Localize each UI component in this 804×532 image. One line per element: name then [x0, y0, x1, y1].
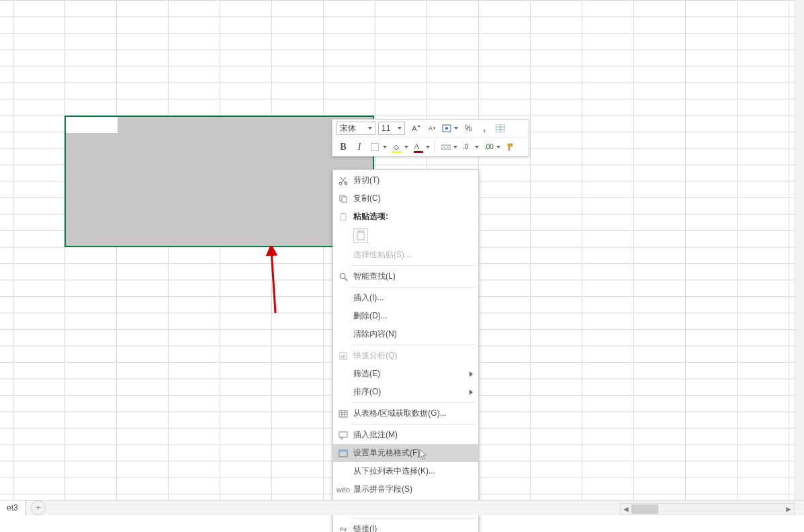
- menu-label: 筛选(E): [353, 368, 470, 380]
- font-color-swatch: [414, 151, 423, 153]
- bucket-icon: [392, 144, 400, 150]
- menu-label: 从下拉列表中选择(K)...: [353, 466, 473, 477]
- blank-icon: [336, 466, 351, 478]
- menu-delete[interactable]: 删除(D)...: [333, 307, 478, 325]
- font-name-value: 宋体: [340, 123, 356, 134]
- svg-rect-16: [341, 214, 346, 220]
- menu-label: 链接(I): [353, 523, 473, 532]
- chevron-down-icon: [426, 146, 430, 148]
- menu-quick-analysis: 快速分析(Q): [333, 347, 478, 365]
- border-icon: [371, 143, 379, 151]
- svg-rect-8: [371, 143, 379, 150]
- font-color-button[interactable]: A: [412, 140, 431, 154]
- menu-label: 智能查找(L): [353, 271, 473, 282]
- menu-cut[interactable]: 剪切(T): [333, 171, 478, 189]
- blank-icon: [336, 328, 351, 341]
- scroll-right-button[interactable]: ►: [783, 504, 794, 515]
- menu-filter[interactable]: 筛选(E): [333, 365, 478, 383]
- menu-label: 插入批注(M): [353, 429, 473, 441]
- format-painter-button[interactable]: [504, 140, 517, 154]
- menu-smart-lookup[interactable]: 智能查找(L): [333, 267, 478, 285]
- menu-copy[interactable]: 复制(C): [333, 189, 478, 208]
- comma-style-button[interactable]: ,: [478, 122, 491, 135]
- context-menu: 剪切(T) 复制(C) 粘贴选项: 选择性粘贴(S)... 智能查找(L) 插入…: [332, 169, 479, 532]
- bold-button[interactable]: B: [337, 140, 350, 154]
- quick-analysis-icon: [336, 350, 351, 362]
- cell-selection[interactable]: [64, 116, 374, 247]
- svg-rect-18: [357, 232, 364, 240]
- plus-icon: +: [36, 503, 40, 513]
- scissors-icon: [336, 175, 351, 187]
- menu-label: 清除内容(N): [353, 328, 473, 340]
- merge-center-button[interactable]: [439, 140, 458, 154]
- sheet-tab[interactable]: et3: [0, 500, 26, 515]
- copy-icon: [336, 193, 351, 205]
- menu-separator: [352, 402, 476, 403]
- font-size-value: 11: [382, 124, 390, 133]
- menu-label: 设置单元格格式(F)...: [353, 447, 473, 459]
- menu-label: 选择性粘贴(S)...: [353, 249, 473, 261]
- menu-paste-options-header: 粘贴选项:: [333, 208, 478, 226]
- font-size-dropdown[interactable]: 11: [378, 122, 405, 135]
- link-icon: [336, 523, 351, 533]
- font-name-dropdown[interactable]: 宋体: [337, 122, 375, 135]
- merge-icon: [441, 143, 451, 151]
- active-cell[interactable]: [66, 117, 118, 133]
- scroll-left-button[interactable]: ◄: [621, 504, 631, 515]
- menu-label: 删除(D)...: [353, 310, 473, 322]
- svg-point-3: [445, 127, 448, 130]
- grow-font-button[interactable]: A: [408, 122, 421, 135]
- menu-clear-contents[interactable]: 清除内容(N): [333, 325, 478, 343]
- paste-button[interactable]: [353, 228, 368, 243]
- svg-rect-15: [342, 197, 347, 202]
- chevron-down-icon: [404, 146, 408, 148]
- menu-pick-from-list[interactable]: 从下拉列表中选择(K)...: [333, 462, 478, 480]
- decrease-decimal-button[interactable]: .0: [461, 140, 480, 154]
- shrink-font-button[interactable]: A: [424, 122, 437, 135]
- paste-icon: [356, 230, 365, 241]
- menu-insert[interactable]: 插入(I)...: [333, 289, 478, 307]
- horizontal-scrollbar[interactable]: ◄ ►: [620, 503, 795, 515]
- svg-rect-9: [441, 145, 451, 149]
- svg-rect-25: [339, 410, 347, 417]
- italic-button[interactable]: I: [353, 140, 366, 154]
- menu-insert-comment[interactable]: 插入批注(M): [333, 426, 478, 444]
- svg-rect-19: [359, 230, 363, 232]
- menu-separator: [352, 287, 476, 287]
- fill-color-button[interactable]: [390, 140, 409, 154]
- scroll-thumb[interactable]: [631, 504, 658, 514]
- add-sheet-button[interactable]: +: [31, 500, 46, 515]
- svg-rect-23: [341, 356, 343, 358]
- svg-point-20: [340, 273, 345, 279]
- menu-format-cells[interactable]: 设置单元格格式(F)...: [333, 444, 478, 462]
- table-icon: [336, 408, 351, 420]
- fill-color-swatch: [392, 151, 402, 153]
- menu-label: 快速分析(Q): [353, 350, 473, 361]
- grid-icon: [496, 124, 505, 132]
- menu-show-pinyin[interactable]: wén 显示拼音字段(S): [333, 480, 478, 498]
- menu-paste-special: 选择性粘贴(S)...: [333, 246, 478, 264]
- chevron-down-icon: [368, 127, 372, 130]
- increase-decimal-button[interactable]: .00: [482, 140, 501, 154]
- border-button[interactable]: [369, 140, 388, 154]
- menu-sort[interactable]: 排序(O): [333, 383, 478, 401]
- accounting-format-button[interactable]: [440, 122, 459, 135]
- conditional-format-button[interactable]: [494, 122, 512, 135]
- svg-line-21: [345, 278, 347, 281]
- svg-rect-24: [343, 355, 345, 358]
- percent-style-button[interactable]: %: [461, 122, 475, 135]
- accounting-icon: [442, 124, 451, 133]
- svg-rect-32: [339, 450, 347, 452]
- vertical-scrollbar[interactable]: [795, 0, 804, 500]
- scroll-track[interactable]: [631, 504, 783, 515]
- svg-rect-30: [339, 432, 347, 437]
- mini-toolbar: 宋体 11 A A % , B I A: [332, 119, 529, 157]
- chevron-down-icon: [475, 146, 479, 148]
- menu-link[interactable]: 链接(I): [333, 520, 478, 532]
- blank-icon: [336, 292, 351, 304]
- menu-separator: [352, 265, 476, 266]
- chevron-down-icon: [383, 146, 387, 148]
- clipboard-icon: [336, 211, 351, 223]
- blank-icon: [336, 249, 351, 261]
- menu-get-data-from-range[interactable]: 从表格/区域获取数据(G)...: [333, 404, 478, 423]
